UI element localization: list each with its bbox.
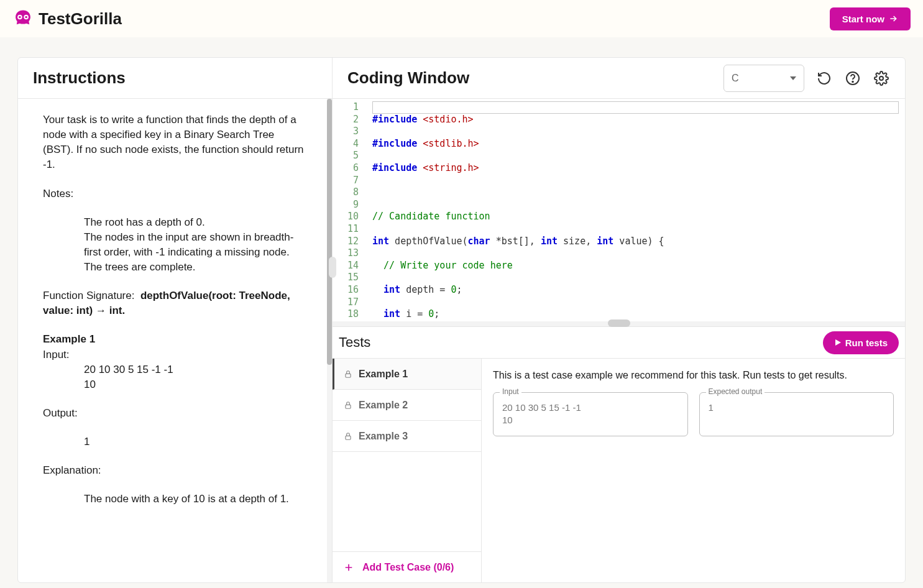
add-test-case-button[interactable]: Add Test Case (0/6)	[333, 551, 481, 582]
lock-icon	[344, 432, 352, 441]
lock-icon	[344, 401, 352, 410]
test-io-row: Input 20 10 30 5 15 -1 -1 10 Expected ou…	[493, 392, 894, 436]
line-gutter: 123456789101112131415161718	[333, 99, 372, 321]
output-legend: Expected output	[706, 387, 765, 396]
coding-controls: C	[723, 65, 890, 92]
settings-button[interactable]	[873, 70, 890, 87]
output-label: Output:	[43, 406, 307, 421]
svg-rect-7	[346, 374, 351, 377]
svg-point-2	[19, 16, 21, 18]
note-0: The root has a depth of 0.	[84, 215, 307, 230]
test-item-3[interactable]: Example 3	[333, 421, 481, 452]
lock-icon	[344, 370, 352, 379]
test-item-2[interactable]: Example 2	[333, 390, 481, 421]
svg-rect-8	[346, 405, 351, 408]
code-editor[interactable]: 123456789101112131415161718 #include <st…	[333, 99, 905, 321]
run-tests-label: Run tests	[845, 338, 888, 348]
instructions-intro: Your task is to write a function that fi…	[43, 113, 307, 173]
test-item-1[interactable]: Example 1	[333, 359, 481, 390]
instructions-header: Instructions	[18, 58, 332, 99]
instructions-body[interactable]: Your task is to write a function that fi…	[18, 99, 332, 534]
instructions-scrollbar[interactable]	[327, 99, 332, 582]
coding-title: Coding Window	[347, 68, 469, 88]
start-now-label: Start now	[842, 14, 884, 24]
tests-list: Example 1 Example 2 Example 3 Add Test C…	[333, 359, 482, 582]
code-content: #include <stdio.h> #include <stdlib.h> #…	[372, 99, 905, 321]
notes-label: Notes:	[43, 186, 307, 201]
notes-list: The root has a depth of 0. The nodes in …	[43, 215, 307, 275]
reset-icon	[817, 71, 832, 86]
arrow-right-icon	[888, 14, 898, 24]
instructions-panel: Instructions Your task is to write a fun…	[18, 58, 333, 582]
language-value: C	[732, 73, 739, 84]
svg-point-6	[879, 76, 883, 80]
run-tests-button[interactable]: Run tests	[823, 331, 899, 354]
example1-label: Example 1	[43, 332, 307, 347]
reset-button[interactable]	[815, 70, 833, 87]
tests-body: Example 1 Example 2 Example 3 Add Test C…	[333, 358, 905, 582]
example1-output: 1	[43, 434, 307, 449]
signature-line: Function Signature: depthOfValue(root: T…	[43, 288, 307, 318]
plus-icon	[344, 563, 354, 572]
test-output-field[interactable]: Expected output 1	[699, 392, 894, 436]
explanation-label: Explanation:	[43, 463, 307, 478]
input-label: Input:	[43, 347, 307, 362]
coding-header: Coding Window C	[333, 58, 905, 99]
svg-point-3	[25, 16, 27, 18]
tests-detail: This is a test case example we recommend…	[482, 359, 905, 582]
workspace: Instructions Your task is to write a fun…	[17, 57, 906, 583]
note-2: The trees are complete.	[84, 260, 307, 275]
svg-point-5	[852, 81, 853, 82]
caret-down-icon	[790, 76, 796, 80]
help-icon	[845, 71, 860, 86]
logo[interactable]: TestGorilla	[12, 8, 122, 29]
test-input-field[interactable]: Input 20 10 30 5 15 -1 -1 10	[493, 392, 688, 436]
svg-rect-9	[346, 436, 351, 439]
play-icon	[834, 339, 842, 346]
tests-title: Tests	[339, 334, 370, 351]
brand-text: TestGorilla	[39, 9, 122, 29]
tests-header: Tests Run tests	[333, 327, 905, 358]
input-value: 20 10 30 5 15 -1 -1 10	[502, 402, 679, 427]
vertical-split-handle[interactable]	[608, 319, 630, 327]
language-select[interactable]: C	[723, 65, 804, 92]
start-now-button[interactable]: Start now	[830, 7, 911, 30]
output-value: 1	[709, 402, 885, 414]
instructions-title: Instructions	[33, 68, 126, 88]
tests-section: Tests Run tests Example 1 Example 2	[333, 326, 905, 582]
horizontal-split-handle[interactable]	[329, 257, 336, 278]
help-button[interactable]	[844, 70, 861, 87]
topbar: TestGorilla Start now	[0, 0, 923, 37]
gear-icon	[874, 71, 889, 86]
coding-panel: Coding Window C 12345678910	[333, 58, 905, 582]
test-description: This is a test case example we recommend…	[493, 370, 894, 381]
example1-explanation: The node with a key of 10 is at a depth …	[43, 492, 307, 507]
gorilla-icon	[12, 8, 34, 29]
input-legend: Input	[500, 387, 521, 396]
vertical-split	[333, 321, 905, 326]
example1-input: 20 10 30 5 15 -1 -1 10	[43, 362, 307, 392]
example1-block: Example 1 Input:	[43, 332, 307, 362]
note-1: The nodes in the input are shown in brea…	[84, 230, 307, 260]
